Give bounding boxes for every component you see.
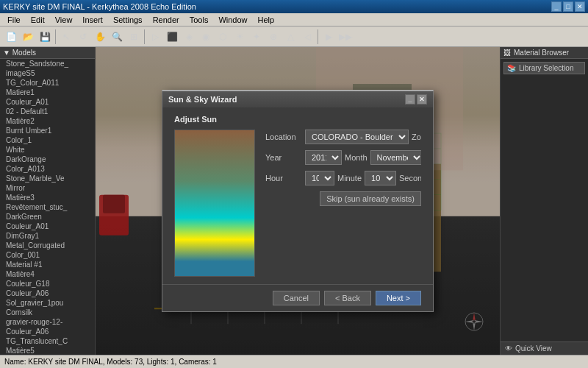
menu-file[interactable]: File — [3, 15, 25, 25]
rotate-button[interactable]: ↺ — [75, 29, 91, 45]
dialog-section-title: Adjust Sun — [174, 115, 421, 124]
dialog-content: Location COLORADO - Boulder Zone GT-07 — [174, 130, 421, 277]
zoom-ext-button[interactable]: ⊞ — [126, 29, 142, 45]
minimize-button[interactable]: _ — [551, 1, 562, 12]
year-select[interactable]: 2011 — [305, 150, 342, 165]
zone-label: Zone — [412, 132, 421, 141]
model-list-item[interactable]: Color_001 — [0, 250, 95, 260]
menu-view[interactable]: View — [51, 15, 77, 25]
tool1[interactable]: ▷ — [147, 29, 163, 45]
center-viewport[interactable]: Sun & Sky Wizard _ ✕ Adjust Sun — [96, 47, 500, 355]
model-list-item[interactable]: Revêtement_stuc_ — [0, 202, 95, 212]
tool2[interactable]: ⬛ — [164, 29, 180, 45]
menu-render[interactable]: Render — [148, 15, 184, 25]
quick-view-icon: 👁 — [505, 344, 512, 353]
second-label: Second — [399, 174, 421, 183]
dialog-minimize[interactable]: _ — [405, 94, 415, 105]
render2-btn[interactable]: ▶▶ — [337, 29, 354, 45]
quick-view-bar: 👁 Quick View — [501, 342, 588, 355]
model-list-item[interactable]: White — [0, 145, 95, 155]
status-bar: Name: KERKY site DM FINAL, Models: 73, L… — [0, 355, 588, 368]
tool4[interactable]: ◉ — [198, 29, 214, 45]
tool3[interactable]: ◈ — [181, 29, 197, 45]
cursor-button[interactable]: ↖ — [58, 29, 74, 45]
model-list-item[interactable]: Matiere1 — [0, 88, 95, 97]
model-list-item[interactable]: DarkGreen — [0, 212, 95, 222]
model-list-item[interactable]: Cornsilk — [0, 308, 95, 317]
new-button[interactable]: 📄 — [3, 29, 19, 45]
location-row: Location COLORADO - Boulder Zone GT-07 — [265, 130, 421, 144]
dialog-title-controls: _ ✕ — [405, 94, 427, 105]
month-select[interactable]: November — [370, 150, 421, 165]
model-list-item[interactable]: Metal_Corrugated — [0, 241, 95, 250]
model-list-item[interactable]: TG_Color_A011 — [0, 78, 95, 88]
main-layout: ▼ Models Stone_Sandstone_imageS5TG_Color… — [0, 47, 588, 355]
menu-tools[interactable]: Tools — [185, 15, 213, 25]
model-list-item[interactable]: imageS5 — [0, 68, 95, 78]
model-list-item[interactable]: Couleur_A06 — [0, 289, 95, 298]
location-select[interactable]: COLORADO - Boulder — [305, 130, 409, 144]
save-button[interactable]: 💾 — [37, 29, 53, 45]
library-selection-button[interactable]: 📚 Library Selection — [503, 62, 585, 74]
tool5[interactable]: ⬡ — [215, 29, 231, 45]
menu-help[interactable]: Help — [254, 15, 279, 25]
material-browser-icon: 🖼 — [503, 49, 511, 57]
model-list-item[interactable]: TG_Translucent_C — [0, 336, 95, 346]
skip-button[interactable]: Skip (sun already exists) — [320, 191, 421, 206]
right-panel: 🖼 Material Browser 📚 Library Selection 👁… — [500, 47, 588, 355]
model-list-item[interactable]: Couleur_G18 — [0, 279, 95, 289]
model-list-item[interactable]: Material #1 — [0, 260, 95, 269]
render-btn[interactable]: ▶ — [320, 29, 337, 45]
library-icon: 📚 — [507, 64, 516, 72]
material-browser-title: Material Browser — [514, 49, 569, 57]
right-panel-title: 🖼 Material Browser — [501, 47, 588, 59]
dialog-close[interactable]: ✕ — [417, 94, 427, 105]
next-button[interactable]: Next > — [376, 291, 421, 305]
model-list-item[interactable]: Couleur_A01 — [0, 222, 95, 231]
menu-bar: File Edit View Insert Settings Render To… — [0, 13, 588, 26]
back-button[interactable]: < Back — [324, 291, 371, 305]
menu-settings[interactable]: Settings — [109, 15, 147, 25]
status-text: Name: KERKY site DM FINAL, Models: 73, L… — [4, 358, 217, 366]
menu-window[interactable]: Window — [214, 15, 251, 25]
model-list-item[interactable]: Couleur_A06 — [0, 327, 95, 336]
tool8[interactable]: ⊕ — [265, 29, 282, 45]
model-list-item[interactable]: gravier-rouge-12- — [0, 317, 95, 327]
title-bar: KERKY site DM FINAL - Kerkythea 2008 Ech… — [0, 0, 588, 13]
form-section: Location COLORADO - Boulder Zone GT-07 — [265, 130, 421, 206]
open-button[interactable]: 📂 — [20, 29, 36, 45]
model-list-item[interactable]: Matière4 — [0, 269, 95, 279]
right-panel-content: 📚 Library Selection — [501, 59, 588, 342]
model-list-item[interactable]: DimGray1 — [0, 231, 95, 241]
model-list-item[interactable]: Couleur_A01 — [0, 97, 95, 107]
models-section-label: ▼ Models — [3, 49, 36, 57]
zoom-button[interactable]: 🔍 — [109, 29, 125, 45]
tool10[interactable]: ◁ — [299, 29, 315, 45]
minute-select[interactable]: 10 — [365, 171, 396, 185]
model-list-item[interactable]: Color_1 — [0, 135, 95, 145]
pan-button[interactable]: ✋ — [92, 29, 108, 45]
model-list-item[interactable]: Sol_gravier_1pou — [0, 298, 95, 308]
tool7[interactable]: ✦ — [248, 29, 265, 45]
model-list-item[interactable]: Matière2 — [0, 116, 95, 126]
left-panel-title: ▼ Models — [0, 47, 95, 59]
model-list-item[interactable]: Stone_Marble_Ve — [0, 174, 95, 183]
year-label: Year — [265, 153, 302, 162]
model-list-item[interactable]: Mirror — [0, 183, 95, 193]
tool9[interactable]: △ — [282, 29, 298, 45]
cancel-button[interactable]: Cancel — [273, 291, 320, 305]
model-list-item[interactable]: Matière5 — [0, 346, 95, 355]
close-button[interactable]: ✕ — [575, 1, 585, 12]
model-list-item[interactable]: 02 - Default1 — [0, 107, 95, 116]
hour-select[interactable]: 10 — [305, 171, 334, 185]
model-list-item[interactable]: Stone_Sandstone_ — [0, 59, 95, 68]
model-list-item[interactable]: Color_A013 — [0, 164, 95, 174]
maximize-button[interactable]: □ — [563, 1, 573, 12]
model-list-item[interactable]: DarkOrange — [0, 155, 95, 164]
model-list-item[interactable]: Burnt Umber1 — [0, 126, 95, 135]
menu-insert[interactable]: Insert — [78, 15, 107, 25]
tool6[interactable]: ☀ — [232, 29, 248, 45]
menu-edit[interactable]: Edit — [26, 15, 49, 25]
model-list: Stone_Sandstone_imageS5TG_Color_A011Mati… — [0, 59, 95, 355]
model-list-item[interactable]: Matière3 — [0, 193, 95, 202]
